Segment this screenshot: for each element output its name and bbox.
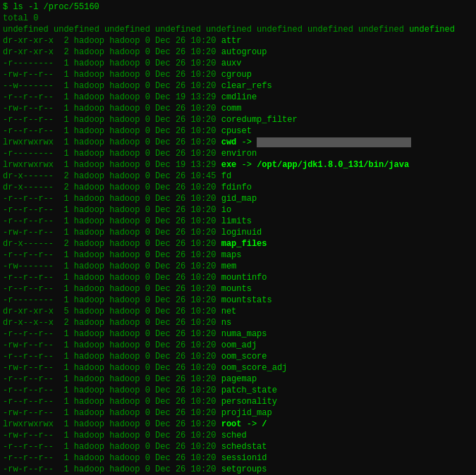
links: 1	[59, 431, 68, 440]
size: 0	[145, 104, 150, 113]
file-entry-l17: -r--r--r-- 1 hadoop hadoop 0 Dec 26 10:2…	[3, 216, 473, 227]
filename: environ	[221, 149, 257, 159]
links: 1	[59, 228, 68, 238]
links: 1	[59, 453, 68, 463]
links: 1	[59, 340, 68, 350]
perm: dr-x------	[3, 183, 54, 192]
group: hadoop	[109, 419, 140, 429]
user: hadoop	[74, 47, 104, 57]
perm: lrwxrwxrwx	[3, 137, 54, 147]
perm: -r--r--r--	[3, 194, 54, 204]
group: hadoop	[109, 58, 140, 68]
size: 0	[145, 295, 150, 305]
target: /	[262, 419, 267, 429]
size: 0	[145, 374, 150, 384]
user: hadoop	[74, 183, 104, 192]
links: undefined	[54, 25, 99, 35]
group: hadoop	[109, 295, 140, 305]
user: hadoop	[74, 385, 104, 395]
user: hadoop	[74, 137, 104, 147]
target: /opt/app/jdk1.8.0_131/bin/java	[257, 160, 409, 170]
filename: net	[221, 307, 237, 316]
file-entry-l36: -rw-r--r-- 1 hadoop hadoop 0 Dec 26 10:2…	[3, 430, 473, 441]
filename: io	[221, 205, 231, 215]
size: 0	[145, 183, 150, 192]
size: 0	[145, 397, 150, 407]
perm: dr-x------	[3, 239, 54, 249]
size: 0	[145, 464, 150, 474]
perm: -r--r--r--	[3, 205, 54, 215]
filename: cgroup	[221, 70, 252, 80]
date: Dec 26 10:20	[155, 81, 216, 91]
group: hadoop	[109, 464, 140, 474]
user: hadoop	[74, 104, 104, 113]
size: 0	[145, 58, 150, 68]
links: 1	[59, 70, 68, 80]
group: hadoop	[109, 363, 140, 373]
filename: autogroup	[221, 47, 267, 57]
user: hadoop	[74, 261, 104, 271]
links: 1	[59, 115, 68, 125]
perm: -rw-r--r--	[3, 431, 54, 440]
date: Dec 26 10:20	[155, 216, 216, 226]
group: hadoop	[109, 261, 140, 271]
size: 0	[145, 318, 150, 328]
file-entry-l15: -r--r--r-- 1 hadoop hadoop 0 Dec 26 10:2…	[3, 193, 473, 204]
filename: comm	[221, 104, 242, 113]
file-entry-l37: -r--r--r-- 1 hadoop hadoop 0 Dec 26 10:2…	[3, 441, 473, 452]
group: hadoop	[109, 194, 140, 204]
links: 1	[59, 352, 68, 362]
user: hadoop	[74, 70, 104, 80]
size: 0	[145, 363, 150, 373]
file-entry-l23: -r--r--r-- 1 hadoop hadoop 0 Dec 26 10:2…	[3, 283, 473, 295]
date: Dec 26 10:20	[155, 408, 216, 418]
date: Dec 26 10:20	[155, 47, 216, 57]
size: 0	[145, 137, 150, 147]
filename: oom_score_adj	[221, 363, 288, 373]
group: hadoop	[109, 216, 140, 226]
filename: schedstat	[221, 442, 267, 452]
date: Dec 26 10:20	[155, 442, 216, 452]
group: hadoop	[109, 47, 140, 57]
links: 1	[59, 464, 68, 474]
date: Dec 26 10:20	[155, 464, 216, 474]
date: Dec 26 10:20	[155, 318, 216, 328]
links: 1	[59, 284, 68, 294]
user: hadoop	[74, 58, 104, 68]
perm: dr-xr-xr-x	[3, 47, 54, 57]
perm: -rw-r--r--	[3, 340, 54, 350]
links: 1	[59, 104, 68, 113]
file-entry-l7: -rw-r--r-- 1 hadoop hadoop 0 Dec 26 10:2…	[3, 103, 473, 114]
date: Dec 19 13:29	[155, 92, 216, 102]
file-entry-l24: -r-------- 1 hadoop hadoop 0 Dec 26 10:2…	[3, 295, 473, 306]
group: hadoop	[109, 115, 140, 125]
file-entry-l30: -rw-r--r-- 1 hadoop hadoop 0 Dec 26 10:2…	[3, 362, 473, 374]
perm: -r--r--r--	[3, 453, 54, 463]
group: hadoop	[109, 171, 140, 181]
filename: root	[221, 419, 242, 429]
user: hadoop	[74, 216, 104, 226]
size: 0	[145, 261, 150, 271]
filename: exe	[221, 160, 237, 170]
group: hadoop	[109, 340, 140, 350]
date: Dec 26 10:20	[155, 453, 216, 463]
size: 0	[145, 160, 150, 170]
date: Dec 26 10:20	[155, 295, 216, 305]
links: 1	[59, 261, 68, 271]
size: 0	[145, 307, 150, 316]
size: 0	[145, 149, 150, 159]
total-line: total 0	[3, 13, 473, 24]
file-entry-l5: --w------- 1 hadoop hadoop 0 Dec 26 10:2…	[3, 80, 473, 92]
filename: fd	[221, 171, 231, 181]
filename: loginuid	[221, 228, 262, 238]
links: 2	[59, 183, 68, 192]
size: 0	[145, 171, 150, 181]
group: hadoop	[109, 70, 140, 80]
perm: dr-x--x--x	[3, 318, 54, 328]
date: Dec 19 13:29	[155, 160, 216, 170]
group: hadoop	[109, 307, 140, 316]
file-entry-l39: -rw-r--r-- 1 hadoop hadoop 0 Dec 26 10:2…	[3, 464, 473, 475]
perm: -r--r--r--	[3, 374, 54, 384]
user: hadoop	[74, 374, 104, 384]
perm: undefined	[3, 25, 49, 35]
